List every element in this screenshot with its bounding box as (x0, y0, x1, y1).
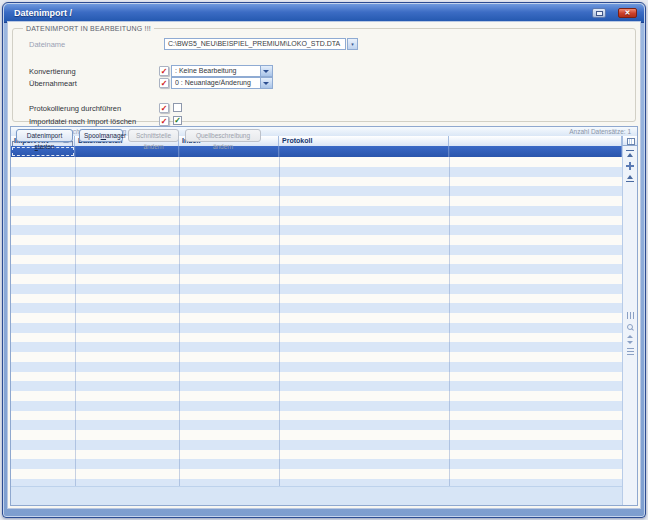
chevron-down-icon[interactable] (260, 78, 272, 88)
list-icon[interactable] (626, 347, 635, 356)
table-row-empty (11, 391, 622, 401)
importdatei-checkbox[interactable]: ✓ (173, 116, 182, 125)
column-chooser-icon (627, 138, 635, 145)
table-row-empty (11, 450, 622, 460)
table-row-empty (11, 177, 622, 187)
table-body (11, 157, 622, 489)
chevron-down-icon[interactable] (260, 66, 272, 76)
table-row-empty (11, 430, 622, 440)
selected-row-cell[interactable] (279, 146, 449, 157)
table-row-empty (11, 225, 622, 235)
footer-band (11, 486, 622, 505)
uebernahmeart-label: Übernahmeart (29, 79, 77, 88)
table-row-empty (11, 401, 622, 411)
browse-button[interactable]: ▾ (347, 38, 358, 50)
column-header-label: Protokoll (282, 137, 312, 144)
app-window: Datenimport / ✕ DATENIMPORT IN BEARBEITU… (2, 2, 646, 518)
table-row-empty (11, 313, 622, 323)
table-row-empty (11, 245, 622, 255)
importdatei-modified-flag-toggle[interactable]: ✓ (159, 116, 169, 126)
table-row-empty (11, 333, 622, 343)
protokollierung-checkbox[interactable] (173, 103, 182, 112)
konvertierung-value: : Keine Bearbeitung (175, 66, 260, 76)
move-record-icon[interactable] (626, 162, 635, 171)
columns-icon[interactable] (626, 311, 635, 320)
column-chooser-button[interactable] (622, 136, 637, 146)
close-button[interactable]: ✕ (618, 8, 637, 18)
column-separator (75, 146, 76, 506)
importdatei-label: Importdatei nach Import löschen (29, 117, 136, 126)
uebernahmeart-dropdown[interactable]: 0 : Neuanlage/Änderung (171, 77, 273, 89)
goto-first-icon[interactable] (626, 150, 635, 159)
table-row-empty (11, 196, 622, 206)
column-separator (179, 146, 180, 506)
konvertierung-label: Konvertierung (29, 67, 76, 76)
footer-button-1[interactable]: Spoolmanager (79, 129, 123, 142)
table-row-empty (11, 284, 622, 294)
goto-prev-icon[interactable] (626, 174, 635, 183)
column-header-extra[interactable] (449, 136, 622, 146)
column-separator (449, 146, 450, 506)
konvertierung-modified-flag-toggle[interactable]: ✓ (159, 66, 169, 76)
table-row-empty (11, 167, 622, 177)
table-row-empty (11, 264, 622, 274)
selected-row-cell[interactable] (449, 146, 622, 157)
footer-button-0[interactable]: Datenimport starten (16, 129, 73, 142)
dateiname-label: Dateiname (29, 40, 65, 49)
konvertierung-dropdown[interactable]: : Keine Bearbeitung (171, 65, 273, 77)
table-row-empty (11, 372, 622, 382)
table-row-empty (11, 303, 622, 313)
table-scrollbar[interactable] (622, 146, 637, 505)
table-row-empty (11, 235, 622, 245)
uebernahmeart-value: 0 : Neuanlage/Änderung (175, 78, 260, 88)
footer-button-2: Schnittstelle ändern (128, 129, 179, 142)
uebernahmeart-modified-flag-toggle[interactable]: ✓ (159, 78, 169, 88)
column-separator (279, 146, 280, 506)
table-row-empty (11, 440, 622, 450)
dateiname-input[interactable]: C:\BWS5_NEU\BEISPIEL_PREMIUM\LOKO_STD.DT… (164, 38, 346, 50)
table-row-empty (11, 294, 622, 304)
close-icon: ✕ (625, 9, 631, 16)
protokollierung-label: Protokollierung durchführen (29, 104, 121, 113)
selected-row[interactable] (11, 146, 622, 157)
table-row-empty (11, 352, 622, 362)
record-count: Anzahl Datensätze: 1 (569, 127, 631, 136)
table-row-empty (11, 459, 622, 469)
footer-button-3: Quellbeschreibung ändern (185, 129, 261, 142)
table-row-empty (11, 469, 622, 479)
navigate-icon[interactable] (626, 335, 635, 344)
table-row-empty (11, 381, 622, 391)
import-groupbox: DATENIMPORT IN BEARBEITUNG !!! Dateiname… (12, 28, 636, 122)
table-row-empty (11, 362, 622, 372)
table-row-empty (11, 411, 622, 421)
table-row-empty (11, 206, 622, 216)
window-title: Datenimport / (14, 4, 72, 22)
table-row-empty (11, 255, 622, 265)
import-table-panel: Suche: Hier Suchbegriff eingeben (STRG+S… (10, 126, 638, 506)
restore-icon (596, 11, 603, 16)
table-row-empty (11, 420, 622, 430)
table-row-empty (11, 323, 622, 333)
table-row-empty (11, 216, 622, 226)
column-header-protokoll[interactable]: Protokoll (279, 136, 449, 146)
table-row-empty (11, 186, 622, 196)
table-row-empty (11, 274, 622, 284)
content-area: DATENIMPORT IN BEARBEITUNG !!! Dateiname… (7, 21, 641, 509)
groupbox-title: DATENIMPORT IN BEARBEITUNG !!! (23, 25, 154, 32)
zoom-icon[interactable] (626, 323, 635, 332)
table-row-empty (11, 157, 622, 167)
protokollierung-modified-flag-toggle[interactable]: ✓ (159, 103, 169, 113)
restore-button[interactable] (592, 8, 606, 18)
table-row-empty (11, 342, 622, 352)
